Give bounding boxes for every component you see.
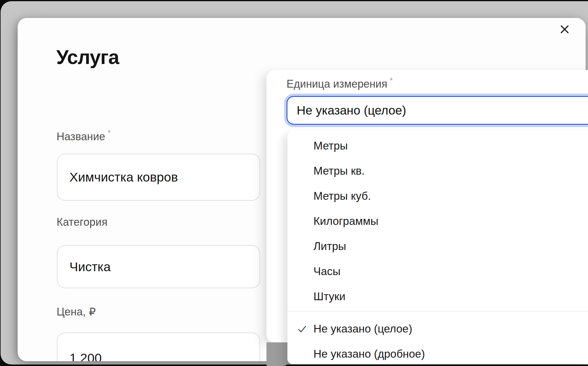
category-input[interactable] xyxy=(57,245,260,288)
dropdown-option[interactable]: Метры куб. xyxy=(287,184,588,209)
dropdown-option[interactable]: Часы xyxy=(287,259,588,284)
name-label-text: Название xyxy=(57,130,105,143)
dropdown-option[interactable]: Штуки xyxy=(287,284,588,309)
close-icon xyxy=(559,23,571,35)
name-required-mark: * xyxy=(107,128,110,137)
price-label-text: Цена, ₽ xyxy=(57,306,96,318)
unit-select-value: Не указано (целое) xyxy=(297,103,406,118)
unit-options-list: МетрыМетры кв.Метры куб.КилограммыЛитрыЧ… xyxy=(287,130,588,309)
dropdown-option-label: Не указано (дробное) xyxy=(313,348,425,360)
dropdown-option[interactable]: Не указано (дробное) xyxy=(287,341,588,364)
unit-dropdown: МетрыМетры кв.Метры куб.КилограммыЛитрыЧ… xyxy=(287,130,588,364)
dropdown-option-selected[interactable]: Не указано (целое) xyxy=(287,316,588,341)
dropdown-option[interactable]: Килограммы xyxy=(287,209,588,234)
price-input[interactable] xyxy=(57,333,260,361)
screen: Услуга Название* Категория Цена, ₽ Едини… xyxy=(0,0,588,366)
dropdown-option[interactable]: Метры xyxy=(287,133,588,158)
unit-field-label: Единица измерения* xyxy=(287,78,393,90)
unit-required-mark: * xyxy=(390,76,393,85)
close-button[interactable] xyxy=(558,22,572,36)
name-input[interactable] xyxy=(57,154,260,201)
name-field-label: Название* xyxy=(57,130,111,143)
unit-special-options-list: Не указано (целое)Не указано (дробное) xyxy=(287,312,588,364)
price-field-label: Цена, ₽ xyxy=(57,306,96,318)
dropdown-option[interactable]: Литры xyxy=(287,234,588,259)
category-label-text: Категория xyxy=(57,216,107,228)
dropdown-option-label: Не указано (целое) xyxy=(313,323,412,335)
selected-check-icon xyxy=(297,324,307,334)
modal-title: Услуга xyxy=(56,47,119,67)
panel-shadow xyxy=(266,342,289,366)
dropdown-option[interactable]: Метры кв. xyxy=(287,158,588,184)
unit-label-text: Единица измерения xyxy=(287,78,387,90)
category-field-label: Категория xyxy=(57,216,107,228)
unit-select[interactable]: Не указано (целое) xyxy=(287,96,588,125)
